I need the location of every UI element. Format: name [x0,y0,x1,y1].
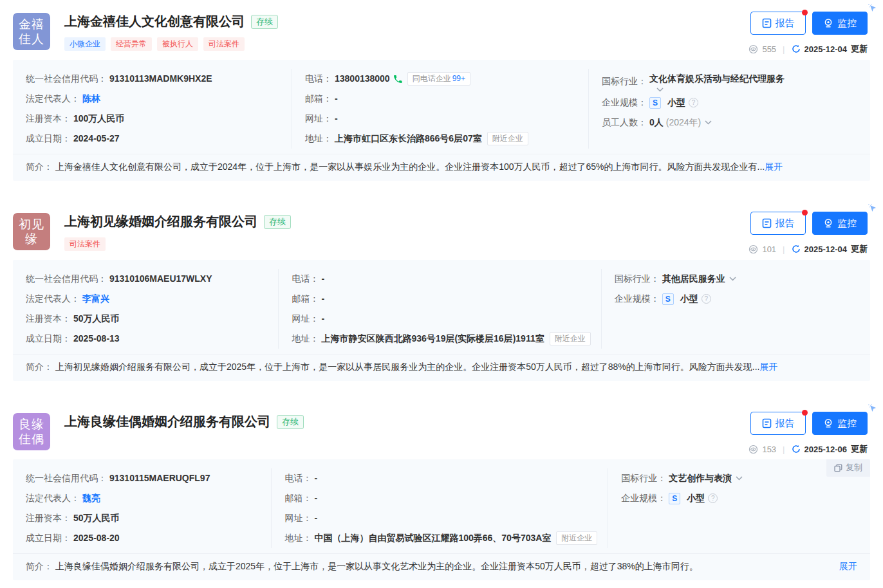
report-button[interactable]: 报告 [750,12,806,35]
website-label: 网址： [292,309,319,329]
website-label: 网址： [305,109,332,129]
intro-row: 简介： 上海良缘佳偶婚姻介绍服务有限公司，成立于2025年，位于上海市，是一家以… [13,553,870,580]
help-icon[interactable]: ? [689,98,698,107]
tag-small-micro-enterprise[interactable]: 小微企业 [64,37,106,51]
chevron-down-icon[interactable] [704,120,712,125]
monitor-button[interactable]: 监控 [812,412,868,435]
legal-rep-label: 法定代表人： [26,488,80,508]
tag-person-executed[interactable]: 被执行人 [157,37,198,51]
document-icon [762,418,772,428]
scale-value: 小型 [687,488,705,508]
credit-code-label: 统一社会信用代码： [26,269,107,289]
est-date-value: 2025-08-13 [73,329,120,349]
separator: | [783,44,785,54]
website-label: 网址： [284,508,311,528]
nearby-companies-badge[interactable]: 附近企业 [550,332,591,345]
industry-value: 其他居民服务业 [662,269,725,289]
credit-code-label: 统一社会信用代码： [26,69,107,89]
report-label: 报告 [776,217,795,230]
same-phone-label: 同电话企业 [413,74,451,83]
industry-value: 文艺创作与表演 [669,468,732,488]
legal-rep-link[interactable]: 魏亮 [82,488,100,508]
credit-code-value: 91310115MAERUQFL97 [109,468,210,488]
expand-link[interactable]: 展开 [765,160,783,174]
nearby-companies-badge[interactable]: 附近企业 [487,132,528,145]
copy-label: 复制 [846,462,862,473]
scale-label: 企业规模： [621,488,666,508]
help-icon[interactable]: ? [702,294,711,304]
update-date: 2025-12-04 [804,244,848,254]
reg-capital-value: 100万人民币 [73,109,124,129]
eye-icon [748,244,758,254]
intro-label: 简介： [26,560,53,573]
logo-text: 佳人 [19,32,44,46]
copy-icon [834,464,842,472]
address-value: 上海市虹口区东长治路866号6层07室 [335,129,482,149]
webcam-icon [823,18,833,28]
industry-label: 国标行业： [602,69,647,91]
update-suffix: 更新 [851,43,868,55]
phone-label: 电话： [292,269,319,289]
intro-label: 简介： [26,360,53,374]
industry-value: 文化体育娱乐活动与经纪代理服务 [649,71,785,86]
update-date: 2025-12-06 [804,445,848,454]
corner-cursor-icon [866,203,878,214]
company-logo[interactable]: 良缘 佳偶 [13,413,50,450]
webcam-icon [823,218,833,228]
company-name-link[interactable]: 上海良缘佳偶婚姻介绍服务有限公司 [64,413,270,430]
same-phone-count: 99+ [452,74,465,83]
legal-rep-link[interactable]: 李富兴 [82,289,109,309]
tag-judicial-case[interactable]: 司法案件 [64,237,106,251]
scale-s-badge: S [669,493,680,504]
intro-text: 上海金禧佳人文化创意有限公司，成立于2024年，位于上海市，是一家以从事娱乐业为… [55,160,765,174]
est-date-label: 成立日期： [26,528,71,548]
update-suffix: 更新 [851,443,868,455]
company-name-link[interactable]: 上海初见缘婚姻介绍服务有限公司 [64,213,257,230]
tag-operation-abnormal[interactable]: 经营异常 [111,37,152,51]
eye-icon [748,445,758,454]
company-card: 良缘 佳偶 上海良缘佳偶婚姻介绍服务有限公司 存续 报告 [13,410,870,580]
scale-s-badge: S [662,293,674,305]
notification-dot [802,410,808,416]
chevron-down-icon[interactable] [729,276,737,282]
view-count: 101 [762,244,776,254]
legal-rep-link[interactable]: 陈林 [82,89,100,109]
intro-row: 简介： 上海金禧佳人文化创意有限公司，成立于2024年，位于上海市，是一家以从事… [13,154,870,181]
monitor-button[interactable]: 监控 [812,212,868,235]
status-badge: 存续 [251,15,278,29]
report-button[interactable]: 报告 [750,412,806,435]
company-logo[interactable]: 金禧 佳人 [13,13,50,50]
phone-label: 电话： [284,468,311,488]
address-label: 地址： [292,329,319,349]
nearby-companies-badge[interactable]: 附近企业 [556,531,597,545]
company-logo[interactable]: 初见 缘 [13,213,50,250]
phone-value: - [321,269,324,289]
report-button[interactable]: 报告 [750,212,806,235]
expand-link[interactable]: 展开 [839,560,857,573]
document-icon [762,18,772,28]
company-name-link[interactable]: 上海金禧佳人文化创意有限公司 [64,13,245,30]
phone-label: 电话： [305,69,332,89]
chevron-down-icon[interactable] [656,87,785,93]
copy-button[interactable]: 复制 [826,459,870,477]
expand-link[interactable]: 展开 [759,360,777,374]
monitor-button[interactable]: 监控 [812,12,868,35]
company-list: 金禧 佳人 上海金禧佳人文化创意有限公司 存续 小微企业 经营异常 被执行人 司… [0,0,883,587]
chevron-down-icon[interactable] [735,475,743,481]
same-phone-badge[interactable]: 同电话企业99+ [407,72,470,86]
refresh-icon [792,244,801,253]
scale-s-badge: S [649,97,661,109]
logo-text: 金禧 [19,17,44,32]
corner-cursor-icon [866,3,878,14]
phone-value: - [314,468,317,488]
help-icon[interactable]: ? [708,493,718,503]
email-label: 邮箱： [305,89,332,109]
tag-judicial-case[interactable]: 司法案件 [203,37,245,51]
reg-capital-value: 50万人民币 [73,508,120,528]
est-date-value: 2024-05-27 [73,129,120,149]
detail-panel: 统一社会信用代码：91310106MAEU17WLXY 法定代表人：李富兴 注册… [13,260,870,381]
phone-icon[interactable] [393,75,402,84]
scale-value: 小型 [680,289,698,309]
intro-text: 上海初见缘婚姻介绍服务有限公司，成立于2025年，位于上海市，是一家以从事居民服… [55,360,759,374]
reg-capital-value: 50万人民币 [73,309,120,329]
